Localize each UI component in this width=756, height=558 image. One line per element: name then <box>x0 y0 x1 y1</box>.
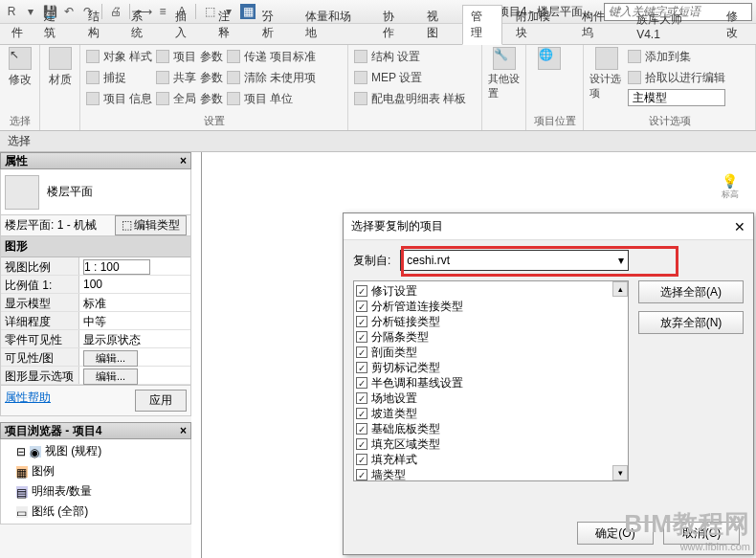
snaps-button[interactable]: 捕捉 <box>86 68 152 87</box>
checkbox-icon[interactable]: ✓ <box>356 392 367 404</box>
checkbox-icon[interactable]: ✓ <box>356 346 367 358</box>
watermark: BIM教程网 www.ifbim.com <box>624 507 750 552</box>
pick-to-edit-button[interactable]: 拾取以进行编辑 <box>628 68 725 87</box>
dialog-close-button[interactable]: ✕ <box>734 219 745 234</box>
checkbox-icon[interactable]: ✓ <box>356 316 367 327</box>
tab-arch[interactable]: 建筑 <box>36 6 75 44</box>
project-info-button[interactable]: 项目 信息 <box>86 89 152 108</box>
deselect-all-button[interactable]: 放弃全部(N) <box>638 311 744 334</box>
checkbox-icon[interactable]: ✓ <box>356 438 367 450</box>
tab-collab[interactable]: 协作 <box>375 6 413 44</box>
apply-button[interactable]: 应用 <box>135 390 187 412</box>
view-scale-input <box>83 259 150 275</box>
row-graphic-disp: 图形显示选项编辑... <box>1 367 190 385</box>
copy-from-combo[interactable]: ceshi.rvt▾ <box>400 250 629 271</box>
shared-params-button[interactable]: 共享 参数 <box>156 68 222 87</box>
checkbox-icon[interactable]: ✓ <box>356 285 367 297</box>
edit-graphic-button: 编辑... <box>83 368 138 385</box>
list-item[interactable]: ✓场地设置 <box>356 391 626 406</box>
list-item[interactable]: ✓填充区域类型 <box>356 436 626 452</box>
copy-from-label: 复制自: <box>353 253 390 269</box>
tab-insert[interactable]: 插入 <box>167 6 206 44</box>
tab-addins[interactable]: 附加模块 <box>508 6 568 44</box>
browser-header: 项目浏览器 - 项目4× <box>0 422 191 439</box>
global-params-button[interactable]: 全局 参数 <box>156 89 222 108</box>
project-units-button[interactable]: 项目 单位 <box>227 89 316 108</box>
row-detail-level: 详细程度中等 <box>1 312 190 330</box>
location-button[interactable]: 🌐 <box>532 47 567 70</box>
sheet-icon: ▭ <box>16 506 28 518</box>
main-model-combo[interactable]: 主模型 <box>628 89 725 106</box>
checkbox-icon[interactable]: ✓ <box>356 377 367 389</box>
list-item[interactable]: ✓分析管道连接类型 <box>356 299 626 314</box>
tab-system[interactable]: 系统 <box>123 6 162 44</box>
list-item[interactable]: ✓填充样式 <box>356 452 626 467</box>
tab-manage[interactable]: 管理 <box>462 5 502 45</box>
tree-legends[interactable]: ▦图例 <box>3 461 189 481</box>
list-item[interactable]: ✓墙类型 <box>356 467 626 481</box>
checkbox-icon[interactable]: ✓ <box>356 469 367 480</box>
other-settings-button[interactable]: 🔧其他设置 <box>488 47 520 100</box>
tab-analyze[interactable]: 分析 <box>255 6 293 44</box>
object-styles-button[interactable]: 对象 样式 <box>86 47 152 66</box>
checkbox-icon[interactable]: ✓ <box>356 454 367 465</box>
properties-help-link[interactable]: 属性帮助 <box>5 390 51 412</box>
tab-struct[interactable]: 结构 <box>80 6 119 44</box>
list-item[interactable]: ✓修订设置 <box>356 283 626 299</box>
project-browser: 项目浏览器 - 项目4× ⊟◉视图 (规程) ▦图例 ▤明细表/数量 ▭图纸 (… <box>0 422 191 525</box>
list-item[interactable]: ✓分析链接类型 <box>356 314 626 329</box>
row-view-scale: 视图比例 <box>1 257 190 276</box>
edit-type-button[interactable]: ⬚编辑类型 <box>115 215 187 235</box>
close-icon[interactable]: × <box>180 154 187 167</box>
checkbox-icon[interactable]: ✓ <box>356 331 367 343</box>
row-parts-vis: 零件可见性显示原状态 <box>1 330 190 348</box>
type-selector[interactable]: 楼层平面 <box>47 184 93 200</box>
list-item[interactable]: ✓基础底板类型 <box>356 421 626 436</box>
design-options-button[interactable]: 设计选项 <box>589 47 624 100</box>
close-icon[interactable]: × <box>180 424 187 437</box>
list-item[interactable]: ✓剪切标记类型 <box>356 360 626 375</box>
items-listbox[interactable]: ▴ ▾ ✓修订设置✓分析管道连接类型✓分析链接类型✓分隔条类型✓剖面类型✓剪切标… <box>353 280 629 481</box>
tab-annotate[interactable]: 注释 <box>211 6 249 44</box>
tab-goujianwu[interactable]: 构件坞 <box>574 6 623 44</box>
list-item[interactable]: ✓坡道类型 <box>356 406 626 421</box>
tree-schedules[interactable]: ▤明细表/数量 <box>3 481 189 502</box>
list-item[interactable]: ✓半色调和基线设置 <box>356 375 626 391</box>
struct-settings-button[interactable]: 结构 设置 <box>354 47 466 66</box>
transfer-standards-button[interactable]: 传递 项目标准 <box>227 47 316 66</box>
checkbox-icon[interactable]: ✓ <box>356 362 367 373</box>
modify-button[interactable]: ↖修改 <box>6 47 33 88</box>
material-button[interactable]: 材质 <box>46 47 74 88</box>
panel-schedule-button[interactable]: 配电盘明细表 样板 <box>354 89 466 108</box>
tab-file[interactable]: 件 <box>4 22 31 44</box>
list-item[interactable]: ✓剖面类型 <box>356 345 626 360</box>
project-params-button[interactable]: 项目 参数 <box>156 47 222 66</box>
row-display-model: 显示模型标准 <box>1 294 190 312</box>
tab-massing[interactable]: 体量和场地 <box>298 6 369 44</box>
tab-view[interactable]: 视图 <box>419 6 457 44</box>
checkbox-icon[interactable]: ✓ <box>356 408 367 419</box>
tab-modify[interactable]: 修改 <box>719 6 757 44</box>
mep-settings-button[interactable]: MEP 设置 <box>354 68 466 87</box>
scroll-up-button[interactable]: ▴ <box>612 281 628 297</box>
tab-zuku[interactable]: 族库大师V4.1 <box>629 9 712 44</box>
select-all-button[interactable]: 选择全部(A) <box>638 280 744 303</box>
edit-visibility-button: 编辑... <box>83 350 138 367</box>
legend-icon: ▦ <box>16 466 28 478</box>
add-to-set-button[interactable]: 添加到集 <box>628 47 725 66</box>
app-icon[interactable]: R <box>4 4 19 19</box>
level-bulb-icon[interactable]: 💡标高 <box>722 173 739 201</box>
instance-label: 楼层平面: 1 - 机械 <box>5 217 97 234</box>
tree-views[interactable]: ⊟◉视图 (规程) <box>3 441 189 461</box>
purge-button[interactable]: 清除 未使用项 <box>227 68 316 87</box>
select-label: 选择 <box>0 131 756 152</box>
row-visibility: 可见性/图形...编辑... <box>1 348 190 367</box>
scroll-down-button[interactable]: ▾ <box>612 465 628 480</box>
checkbox-icon[interactable]: ✓ <box>356 423 367 435</box>
row-scale-value: 比例值 1:100 <box>1 276 190 294</box>
floorplan-icon <box>5 175 39 210</box>
list-item[interactable]: ✓分隔条类型 <box>356 329 626 345</box>
checkbox-icon[interactable]: ✓ <box>356 301 367 312</box>
tree-sheets[interactable]: ▭图纸 (全部) <box>3 502 189 522</box>
chevron-down-icon: ▾ <box>618 254 624 267</box>
